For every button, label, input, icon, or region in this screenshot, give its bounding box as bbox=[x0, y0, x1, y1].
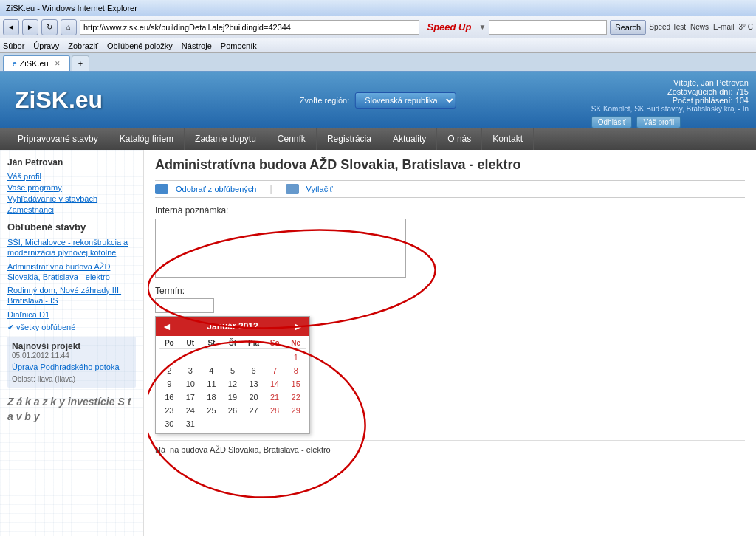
cal-day-empty bbox=[159, 351, 180, 364]
cal-day[interactable]: 16 bbox=[159, 391, 180, 404]
cal-day[interactable]: 5 bbox=[222, 364, 244, 377]
logout-button[interactable]: Odhlásiť bbox=[591, 116, 633, 128]
cal-day[interactable]: 31 bbox=[180, 417, 202, 430]
remove-fav-link[interactable]: Odobrať z obľúbených bbox=[176, 185, 256, 193]
print-link[interactable]: Vytlačiť bbox=[306, 185, 333, 193]
cal-day[interactable]: 29 bbox=[285, 404, 306, 417]
cal-day[interactable]: 15 bbox=[285, 377, 306, 391]
cal-day[interactable]: 22 bbox=[285, 391, 306, 404]
termin-input[interactable] bbox=[155, 298, 214, 313]
header-region: Zvoľte región: Slovenská republika bbox=[300, 92, 456, 109]
cal-day[interactable]: 6 bbox=[243, 364, 264, 377]
weekday-0: Po bbox=[159, 339, 180, 347]
menu-help[interactable]: Pomocník bbox=[221, 41, 257, 50]
latest-project-region: Oblast: Ilava (Ilava) bbox=[12, 375, 131, 383]
cal-day[interactable]: 19 bbox=[222, 391, 244, 404]
menu-tools[interactable]: Nástroje bbox=[182, 41, 212, 50]
nav-zadanie[interactable]: Zadanie dopytu bbox=[185, 128, 267, 150]
nav-cennik[interactable]: Cenník bbox=[267, 128, 317, 150]
cal-day-empty bbox=[264, 417, 286, 430]
cal-day[interactable]: 25 bbox=[201, 404, 222, 417]
cal-day[interactable]: 4 bbox=[201, 364, 222, 377]
cal-day[interactable]: 10 bbox=[180, 377, 202, 391]
cal-next-button[interactable]: ► bbox=[293, 320, 303, 332]
nav-kontakt[interactable]: Kontakt bbox=[482, 128, 534, 150]
cal-day[interactable]: 7 bbox=[264, 364, 286, 377]
sidebar-link-programs[interactable]: Vaše programy bbox=[7, 183, 136, 192]
all-favorites-link[interactable]: ✔ všetky obľúbené bbox=[7, 323, 136, 332]
cal-day[interactable]: 2 bbox=[159, 364, 180, 377]
cal-day[interactable]: 30 bbox=[159, 417, 180, 430]
cal-day[interactable]: 17 bbox=[180, 391, 202, 404]
nav-aktuality[interactable]: Aktuality bbox=[382, 128, 437, 150]
nav-registracia[interactable]: Registrácia bbox=[317, 128, 382, 150]
cal-day-empty bbox=[285, 417, 306, 430]
main-panel: Administratívna budova AŽD Slovakia, Bra… bbox=[144, 150, 756, 536]
cal-day[interactable]: 8 bbox=[285, 364, 306, 377]
nav-pripravovane[interactable]: Pripravované stavby bbox=[7, 128, 109, 150]
menu-file[interactable]: Súbor bbox=[3, 41, 24, 50]
site-nav: Pripravované stavby Katalóg firiem Zadan… bbox=[0, 128, 756, 150]
cal-day[interactable]: 1 bbox=[285, 351, 306, 364]
latest-project-name[interactable]: Úprava Podhradského potoka bbox=[12, 362, 131, 372]
active-tab[interactable]: e ZiSK.eu ✕ bbox=[3, 55, 70, 71]
action-separator: | bbox=[269, 184, 272, 194]
cal-day[interactable]: 12 bbox=[222, 377, 244, 391]
region-select[interactable]: Slovenská republika bbox=[355, 92, 456, 109]
nav-katalog[interactable]: Katalóg firiem bbox=[109, 128, 185, 150]
menu-view[interactable]: Zobraziť bbox=[68, 41, 98, 50]
cal-day[interactable]: 20 bbox=[243, 391, 264, 404]
search-button[interactable]: Search bbox=[610, 20, 646, 35]
cal-day[interactable]: 18 bbox=[201, 391, 222, 404]
refresh-icon: ↻ bbox=[47, 23, 52, 31]
cal-day[interactable]: 3 bbox=[180, 364, 202, 377]
cal-day[interactable]: 27 bbox=[243, 404, 264, 417]
note-textarea[interactable] bbox=[155, 219, 406, 278]
search-input[interactable] bbox=[489, 20, 607, 35]
cal-month-label: Január 2012 bbox=[207, 321, 258, 331]
search-dropdown-arrow: ▼ bbox=[478, 23, 486, 31]
fav-item-3[interactable]: Rodinný dom, Nové záhrady III, Bratislav… bbox=[7, 285, 136, 306]
sidebar: Ján Petrovan Váš profil Vaše programy Vy… bbox=[0, 150, 144, 536]
fav-item-2[interactable]: Administratívna budova AŽD Slovakia, Bra… bbox=[7, 261, 136, 283]
tab-close-icon[interactable]: ✕ bbox=[55, 60, 61, 67]
fav-item-4[interactable]: Diaľnica D1 bbox=[7, 309, 136, 320]
back-button[interactable]: ◄ bbox=[3, 19, 19, 35]
days-remaining: Zostávajúcich dní: 715 bbox=[591, 87, 749, 96]
cal-day[interactable]: 26 bbox=[222, 404, 244, 417]
cal-day[interactable]: 11 bbox=[201, 377, 222, 391]
cal-week-4: 16 17 18 19 20 21 22 bbox=[159, 391, 306, 404]
cal-day[interactable]: 23 bbox=[159, 404, 180, 417]
content-area: Ján Petrovan Váš profil Vaše programy Vy… bbox=[0, 150, 756, 536]
fav-section-title: Obľúbené stavby bbox=[7, 221, 136, 233]
print-icon bbox=[286, 184, 299, 194]
new-tab-button[interactable]: + bbox=[72, 55, 89, 71]
menu-favorites[interactable]: Obľúbené položky bbox=[107, 41, 173, 50]
nav-onas[interactable]: O nás bbox=[437, 128, 482, 150]
cal-day[interactable]: 13 bbox=[243, 377, 264, 391]
address-bar[interactable] bbox=[80, 20, 419, 35]
cal-day[interactable]: 9 bbox=[159, 377, 180, 391]
forward-button[interactable]: ► bbox=[22, 19, 38, 35]
cal-day-empty bbox=[243, 351, 264, 364]
header-buttons: Odhlásiť Váš profil bbox=[591, 116, 749, 128]
fav-item-1[interactable]: SŠI, Michalovce - rekonštrukcia a modern… bbox=[7, 237, 136, 258]
sidebar-link-search[interactable]: Vyhľadávanie v stavbách bbox=[7, 194, 136, 203]
menu-edit[interactable]: Úpravy bbox=[33, 41, 59, 50]
cal-day[interactable]: 21 bbox=[264, 391, 286, 404]
calendar-widget: ◄ Január 2012 ► Po Ut St Št Pia So Ne bbox=[155, 316, 310, 434]
cal-day[interactable] bbox=[264, 351, 286, 364]
profile-button[interactable]: Váš profil bbox=[636, 116, 681, 128]
latest-project-title-label: Najnovší projekt bbox=[12, 341, 131, 351]
sidebar-link-profile[interactable]: Váš profil bbox=[7, 172, 136, 181]
weekday-5: So bbox=[264, 339, 286, 347]
cal-day[interactable]: 14 bbox=[264, 377, 286, 391]
sidebar-link-employees[interactable]: Zamestnanci bbox=[7, 205, 136, 214]
cal-day[interactable]: 24 bbox=[180, 404, 202, 417]
cal-day-empty bbox=[222, 417, 244, 430]
home-button[interactable]: ⌂ bbox=[61, 19, 77, 35]
refresh-button[interactable]: ↻ bbox=[41, 19, 58, 35]
latest-project-date: 05.01.2012 11:44 bbox=[12, 351, 131, 360]
cal-day[interactable]: 28 bbox=[264, 404, 286, 417]
cal-prev-button[interactable]: ◄ bbox=[162, 320, 172, 332]
